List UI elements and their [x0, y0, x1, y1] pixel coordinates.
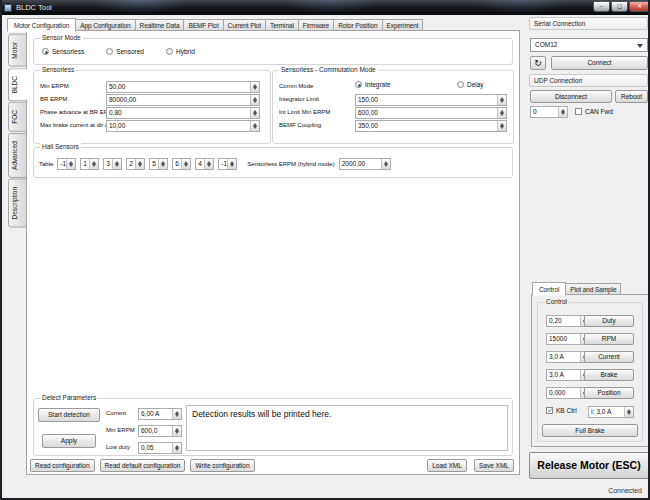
tab-terminal[interactable]: Terminal [266, 19, 299, 31]
hall-table-spin-6[interactable]: 4 [195, 158, 214, 170]
side-tab-advanced[interactable]: Advanced [8, 133, 27, 178]
detection-results-box[interactable]: Detection results will be printed here. [186, 405, 508, 451]
hall-table-spin-2[interactable]: 3 [103, 158, 122, 170]
duty-button[interactable]: Duty [584, 315, 634, 327]
hall-table-spin-1[interactable]: 1 [80, 158, 99, 170]
brake-button[interactable]: Brake [584, 369, 634, 381]
spinner-arrows-icon[interactable] [497, 95, 506, 105]
spinner-arrows-icon[interactable] [158, 159, 167, 169]
refresh-ports-button[interactable]: ↻ [530, 56, 546, 70]
detect-min-erpm-spinbox[interactable]: 600,0 [138, 425, 182, 437]
detect-parameters-group: Detect Parameters Start detection Apply … [33, 398, 513, 456]
tab-firmware[interactable]: Firmware [299, 19, 334, 31]
hybrid-radio[interactable]: Hybrid [166, 48, 195, 55]
comm-mode-field: Comm Mode Integrate Delay [279, 81, 507, 93]
min-erpm-spinbox[interactable]: 50,00 [106, 81, 260, 93]
release-motor-button[interactable]: Release Motor (ESC) [529, 452, 649, 479]
spinner-arrows-icon[interactable] [497, 121, 506, 131]
save-xml-button[interactable]: Save XML [474, 459, 514, 472]
load-xml-button[interactable]: Load XML [427, 459, 467, 472]
current-button[interactable]: Current [584, 351, 634, 363]
hall-table-spin-0[interactable]: -1 [57, 158, 76, 170]
spinner-arrows-icon[interactable] [172, 443, 181, 453]
kb-current-spinbox[interactable]: I: 3,0 A [588, 406, 634, 418]
sensor-mode-group: Sensor Mode Sensorless Sensored Hybrid [33, 38, 513, 65]
disconnect-button[interactable]: Disconnect [530, 90, 612, 103]
maximize-button[interactable]: ◻ [611, 1, 628, 12]
spinner-arrows-icon[interactable] [497, 108, 506, 118]
rpm-button[interactable]: RPM [584, 333, 634, 345]
hall-table-spin-5[interactable]: 6 [172, 158, 191, 170]
integrate-radio[interactable]: Integrate [355, 81, 391, 88]
hybrid-erpm-spinbox[interactable]: 2000,00 [339, 158, 391, 170]
full-brake-button[interactable]: Full Brake [542, 424, 638, 437]
serial-port-combobox[interactable]: COM12 [530, 38, 648, 52]
tab-experiment[interactable]: Experiment [383, 19, 424, 31]
phase-advance-spinbox[interactable]: 0,80 [106, 107, 260, 119]
spinner-arrows-icon[interactable] [250, 108, 259, 118]
sensorless-radio[interactable]: Sensorless [42, 48, 84, 55]
tab-plot-and-sample[interactable]: Plot and Sample [566, 283, 621, 295]
spinner-arrows-icon[interactable] [66, 159, 75, 169]
start-detection-button[interactable]: Start detection [38, 408, 100, 422]
spinner-arrows-icon[interactable] [172, 426, 181, 436]
rpm-row: 15000 RPM [546, 333, 634, 345]
reboot-button[interactable]: Reboot [615, 90, 648, 103]
duty-row: 0,20 Duty [546, 315, 634, 327]
bemf-coupling-field: BEMF Coupling 350,00 [279, 120, 507, 132]
spinner-arrows-icon[interactable] [381, 159, 390, 169]
side-tab-bldc[interactable]: BLDC [8, 68, 28, 101]
detect-low-duty-spinbox[interactable]: 0,05 [138, 442, 182, 454]
write-configuration-button[interactable]: Write configuration [190, 459, 254, 472]
sensored-radio[interactable]: Sensored [106, 48, 144, 55]
integrator-limit-field: Integrator Limit 150,00 [279, 94, 507, 106]
spinner-arrows-icon[interactable] [181, 159, 190, 169]
max-brake-current-spinbox[interactable]: 10,00 [106, 120, 260, 132]
detect-current-spinbox[interactable]: 6,00 A [138, 408, 182, 420]
close-button[interactable]: ✕ [629, 1, 650, 12]
spinner-arrows-icon[interactable] [204, 159, 213, 169]
int-limit-min-erpm-spinbox[interactable]: 600,00 [355, 107, 507, 119]
tab-bemf-plot[interactable]: BEMF Plot [184, 19, 223, 31]
field-label: Comm Mode [279, 83, 313, 89]
side-tab-motor[interactable]: Motor [8, 34, 27, 67]
tab-realtime-data[interactable]: Realtime Data [136, 19, 185, 31]
spinner-arrows-icon[interactable] [250, 121, 259, 131]
spinner-arrows-icon[interactable] [172, 409, 181, 419]
bemf-coupling-spinbox[interactable]: 350,00 [355, 120, 507, 132]
connect-button[interactable]: Connect [551, 56, 648, 70]
spinner-arrows-icon[interactable] [250, 95, 259, 105]
tab-app-configuration[interactable]: App Configuration [76, 19, 135, 31]
kb-ctrl-checkbox[interactable]: KB Ctrl [546, 407, 577, 414]
spinner-arrows-icon[interactable] [89, 159, 98, 169]
br-erpm-spinbox[interactable]: 80000,00 [106, 94, 260, 106]
can-id-spinbox[interactable]: 0 [530, 106, 568, 118]
can-fwd-checkbox[interactable]: CAN Fwd [575, 108, 613, 115]
position-button[interactable]: Position [584, 387, 634, 399]
hall-table-spin-7[interactable]: -1 [218, 158, 237, 170]
side-tab-description[interactable]: Description [8, 179, 27, 228]
delay-radio[interactable]: Delay [457, 81, 484, 88]
read-default-configuration-button[interactable]: Read default configuration [100, 459, 186, 472]
tab-control[interactable]: Control [532, 282, 566, 296]
spinner-arrows-icon[interactable] [112, 159, 121, 169]
spinner-arrows-icon[interactable] [624, 407, 633, 417]
spinner-arrows-icon[interactable] [227, 159, 236, 169]
apply-button[interactable]: Apply [42, 434, 96, 448]
hall-table-spin-4[interactable]: 5 [149, 158, 168, 170]
hall-table-spin-3[interactable]: 2 [126, 158, 145, 170]
spinner-arrows-icon[interactable] [250, 82, 259, 92]
tab-current-plot[interactable]: Current Plot [224, 19, 266, 31]
spinner-arrows-icon[interactable] [135, 159, 144, 169]
side-tab-foc[interactable]: FOC [8, 102, 27, 132]
tab-motor-configuration[interactable]: Motor Configuration [7, 18, 76, 32]
integrator-limit-spinbox[interactable]: 150,00 [355, 94, 507, 106]
spinner-arrows-icon[interactable] [558, 107, 567, 117]
minimize-button[interactable]: – [593, 1, 610, 12]
brake-row: 3,0 A Brake [546, 369, 634, 381]
read-configuration-button[interactable]: Read configuration [30, 459, 95, 472]
tab-rotor-position[interactable]: Rotor Position [334, 19, 382, 31]
radio-label: Sensorless [52, 48, 84, 55]
checkbox-on-icon [546, 407, 553, 414]
radio-on-icon [355, 81, 362, 88]
